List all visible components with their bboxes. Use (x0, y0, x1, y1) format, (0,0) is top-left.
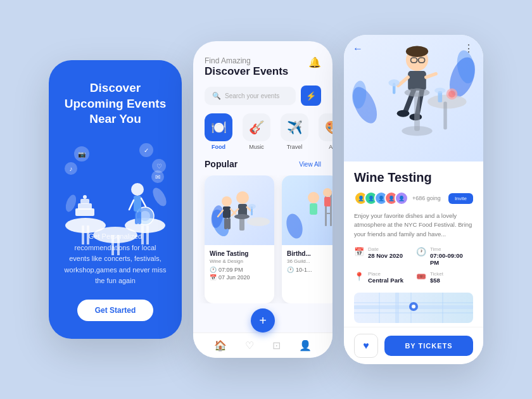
wine-card-time: 🕐 07:09 PM (210, 267, 269, 273)
svg-point-21 (150, 186, 169, 208)
wine-card-title: Wine Tasting (210, 250, 269, 257)
category-travel[interactable]: ✈️ Travel (281, 113, 308, 150)
time-value: 07:00-09:00 PM (430, 252, 473, 266)
search-icon: 🔍 (212, 92, 221, 100)
category-music[interactable]: 🎸 Music (243, 113, 270, 150)
place-detail: 📍 Place Central Park (354, 271, 411, 284)
svg-rect-13 (111, 235, 114, 255)
svg-point-33 (247, 217, 270, 226)
event-detail-content: Wine Testing 👤 👤 👤 👤 👤 +686 going Invite… (344, 162, 483, 327)
svg-rect-72 (443, 102, 447, 130)
search-placeholder: Search your events (225, 92, 279, 99)
svg-point-58 (406, 46, 428, 58)
svg-rect-9 (146, 225, 149, 244)
svg-rect-59 (408, 71, 426, 91)
nav-home-icon[interactable]: 🏠 (214, 339, 227, 352)
avatar-group: 👤 👤 👤 👤 👤 (354, 191, 408, 205)
calendar-detail-icon: 📅 (354, 247, 364, 256)
travel-icon-box: ✈️ (281, 113, 308, 141)
nav-bookmark-icon[interactable]: ⊡ (272, 339, 281, 352)
filter-icon: ⚡ (306, 91, 316, 101)
art-label: Art (329, 144, 332, 150)
calendar-icon: 📅 (210, 274, 217, 281)
fab-add-button[interactable]: + (251, 308, 275, 332)
phone-discover: Find Amazing Discover Events 🔔 🔍 Search … (193, 41, 332, 358)
invite-button[interactable]: Invite (448, 193, 473, 204)
svg-rect-14 (117, 235, 120, 255)
wine-card-sub: Wine & Design (210, 258, 269, 264)
svg-rect-19 (135, 212, 138, 224)
travel-label: Travel (287, 144, 303, 150)
location-detail-icon: 📍 (354, 272, 364, 281)
nav-profile-icon[interactable]: 👤 (299, 339, 312, 352)
event-card-wine[interactable]: Wine Tasting Wine & Design 🕐 07:09 PM 📅 … (205, 175, 274, 303)
birthday-card-time: 🕐 10-1... (287, 267, 332, 273)
event-card-birthday[interactable]: Birthd... 36 Guild... 🕐 10-1... (282, 175, 332, 303)
svg-point-6 (83, 195, 87, 199)
svg-rect-69 (414, 92, 420, 131)
date-detail: 📅 Date 28 Nov 2020 (354, 246, 411, 266)
search-box[interactable]: 🔍 Search your events (205, 87, 296, 105)
music-icon-box: 🎸 (243, 113, 270, 141)
svg-point-66 (397, 110, 410, 117)
avatar-5: 👤 (395, 191, 408, 205)
date-value: 28 Nov 2020 (368, 252, 403, 259)
clock-icon-2: 🕐 (287, 267, 294, 273)
svg-rect-39 (227, 218, 231, 229)
svg-rect-49 (324, 197, 331, 206)
svg-point-62 (388, 79, 400, 86)
svg-rect-16 (134, 196, 141, 212)
svg-point-30 (234, 214, 250, 219)
svg-rect-2 (87, 225, 89, 244)
wine-card-body: Wine Tasting Wine & Design 🕐 07:09 PM 📅 … (205, 245, 274, 286)
svg-point-76 (448, 91, 455, 98)
place-value: Central Park (368, 277, 403, 284)
clock-icon: 🕐 (210, 267, 217, 273)
food-label: Food (212, 144, 225, 150)
discover-events-title: Discover Events (205, 65, 321, 78)
svg-point-32 (248, 204, 256, 209)
filter-button[interactable]: ⚡ (301, 86, 321, 106)
place-label: Place (368, 271, 403, 277)
ticket-label: Ticket (430, 271, 443, 277)
food-icon: 🍽️ (211, 120, 227, 135)
popular-title: Popular (205, 159, 238, 169)
phone-detail: ← ⋮ (344, 35, 483, 364)
categories-row: 🍽️ Food 🎸 Music ✈️ Travel (193, 113, 332, 159)
nav-like-icon[interactable]: ♡ (245, 339, 254, 352)
buy-tickets-button[interactable]: BY TICKETS (384, 336, 473, 356)
discover-header: Find Amazing Discover Events 🔔 (193, 41, 332, 86)
svg-rect-47 (325, 213, 332, 214)
get-started-button[interactable]: Get Started (77, 300, 154, 321)
art-icon-box: 🎨 (319, 113, 332, 141)
svg-rect-5 (80, 199, 89, 204)
svg-point-48 (323, 188, 332, 197)
svg-point-70 (402, 126, 432, 136)
category-art[interactable]: 🎨 Art (319, 113, 332, 150)
popular-row: Popular View All (193, 159, 332, 175)
bottom-actions: ♥ BY TICKETS (344, 327, 483, 364)
birthday-card-image (282, 175, 332, 245)
svg-point-25 (236, 191, 249, 204)
bottom-nav: 🏠 ♡ ⊡ 👤 (193, 332, 332, 358)
svg-rect-1 (82, 225, 84, 244)
svg-point-11 (140, 211, 150, 221)
svg-line-17 (129, 200, 134, 210)
svg-line-60 (398, 77, 408, 86)
like-button[interactable]: ♥ (354, 334, 378, 358)
find-amazing-label: Find Amazing (205, 56, 321, 65)
notification-bell-icon[interactable]: 🔔 (308, 56, 321, 68)
svg-line-18 (141, 198, 146, 206)
svg-rect-38 (224, 218, 227, 229)
date-label: Date (368, 246, 403, 252)
view-all-link[interactable]: View All (299, 161, 321, 168)
svg-point-41 (308, 192, 319, 203)
music-label: Music (249, 144, 264, 150)
svg-rect-20 (138, 212, 141, 224)
birthday-card-sub: 36 Guild... (287, 258, 332, 264)
map-preview[interactable] (354, 293, 473, 323)
travel-icon: ✈️ (287, 120, 303, 135)
category-food[interactable]: 🍽️ Food (205, 113, 232, 150)
svg-rect-44 (330, 191, 332, 226)
heart-icon: ♥ (363, 340, 369, 352)
